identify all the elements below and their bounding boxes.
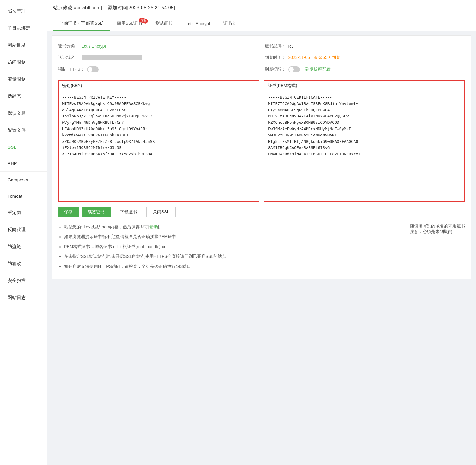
cert-info-grid: 证书分类： Let's Encrypt 证书品牌： R3 认证域名： 到期时间：… bbox=[58, 42, 465, 74]
cert-expire-row: 到期时间： 2023-11-05，剩余65天到期 bbox=[265, 53, 465, 62]
tab-current-cert[interactable]: 当前证书 - [已部署SSL] bbox=[53, 16, 110, 31]
note-item-3: PEM格式证书 = 域名证书.crt + 根证书(root_bundle).cr… bbox=[64, 243, 404, 250]
close-ssl-button[interactable]: 关闭SSL bbox=[146, 207, 176, 217]
cert-box-label: 证书(PEM格式) bbox=[264, 81, 464, 91]
cert-domain-value bbox=[82, 55, 142, 60]
sidebar-item-config-file[interactable]: 配置文件 bbox=[0, 122, 47, 139]
cert-https-row: 强制HTTPS： bbox=[58, 65, 259, 74]
sidebar-item-pseudo-static[interactable]: 伪静态 bbox=[0, 88, 47, 105]
note-item-5: 如开启后无法使用HTTPS访问，请检查安全组是否正确放行443端口 bbox=[64, 263, 404, 270]
tab-bar: 当前证书 - [已部署SSL] 商用SSL证书 推荐 测试证书 Let's En… bbox=[47, 16, 476, 31]
sidebar-item-website-log[interactable]: 网站日志 bbox=[0, 289, 47, 306]
main-content: 站点修改[api.zibll.com] -- 添加时间[2023-08-25 2… bbox=[47, 0, 476, 465]
cert-reminder-row: 到期提醒： 到期提醒配置 bbox=[265, 65, 465, 74]
tab-test-cert[interactable]: 测试证书 bbox=[149, 16, 179, 31]
page-title: 站点修改[api.zibll.com] -- 添加时间[2023-08-25 2… bbox=[53, 5, 175, 10]
cert-brand-row: 证书品牌： R3 bbox=[265, 42, 465, 50]
renew-button[interactable]: 续签证书 bbox=[82, 207, 111, 217]
sidebar-item-access[interactable]: 访问限制 bbox=[0, 54, 47, 71]
cert-textarea[interactable] bbox=[264, 91, 464, 200]
cert-brand-value: R3 bbox=[288, 44, 294, 49]
save-button[interactable]: 保存 bbox=[58, 207, 79, 217]
sidebar-item-subdirectory[interactable]: 子目录绑定 bbox=[0, 20, 47, 37]
action-buttons: 保存 续签证书 下载证书 关闭SSL bbox=[58, 207, 465, 217]
red-note: 随便填写别的域名的可用证书 注意：必须是未到期的 bbox=[410, 224, 465, 273]
note-item-1: 粘贴您的*.key以及*.pem内容，然后保存即可[帮助]。 bbox=[64, 224, 404, 230]
reminder-config-link[interactable]: 到期提醒配置 bbox=[305, 67, 331, 72]
cert-reminder-label: 到期提醒： bbox=[265, 67, 286, 72]
note-item-4: 在未指定SSL默认站点时,未开启SSL的站点使用HTTPS会直接访问到已开启SS… bbox=[64, 253, 404, 260]
https-toggle[interactable] bbox=[87, 66, 99, 72]
notes-list: 粘贴您的*.key以及*.pem内容，然后保存即可[帮助]。 如果浏览器提示证书… bbox=[58, 224, 404, 273]
sidebar-item-reverse-proxy[interactable]: 反向代理 bbox=[0, 221, 47, 238]
red-note-line2: 注意：必须是未到期的 bbox=[410, 229, 465, 234]
reminder-toggle[interactable] bbox=[288, 66, 300, 72]
notes-section: 粘贴您的*.key以及*.pem内容，然后保存即可[帮助]。 如果浏览器提示证书… bbox=[58, 224, 465, 273]
cert-brand-label: 证书品牌： bbox=[265, 43, 286, 49]
sidebar-item-anti-tamper[interactable]: 防篡改 bbox=[0, 255, 47, 272]
red-note-line1: 随便填写别的域名的可用证书 bbox=[410, 224, 465, 229]
sidebar-item-php[interactable]: PHP bbox=[0, 155, 47, 172]
key-box-label: 密钥(KEY) bbox=[59, 81, 259, 91]
cert-box: 证书(PEM格式) bbox=[264, 80, 465, 202]
sidebar-item-anti-hotlink[interactable]: 防盗链 bbox=[0, 238, 47, 255]
key-box: 密钥(KEY) bbox=[58, 80, 259, 202]
sidebar-item-traffic[interactable]: 流量限制 bbox=[0, 71, 47, 88]
key-textarea[interactable] bbox=[59, 91, 259, 200]
key-cert-section: 密钥(KEY) 证书(PEM格式) bbox=[58, 80, 465, 202]
sidebar-item-default-doc[interactable]: 默认文档 bbox=[0, 105, 47, 122]
title-bar: 站点修改[api.zibll.com] -- 添加时间[2023-08-25 2… bbox=[47, 0, 476, 16]
note-item-2: 如果浏览器提示证书链不完整,请检查是否正确拼接PEM证书 bbox=[64, 233, 404, 240]
ssl-content: 证书分类： Let's Encrypt 证书品牌： R3 认证域名： 到期时间：… bbox=[52, 35, 471, 279]
cert-type-label: 证书分类： bbox=[58, 43, 79, 49]
sidebar-item-tomcat[interactable]: Tomcat bbox=[0, 188, 47, 204]
cert-type-value: Let's Encrypt bbox=[82, 44, 106, 49]
sidebar-item-composer[interactable]: Composer bbox=[0, 172, 47, 188]
cert-https-label: 强制HTTPS： bbox=[58, 67, 85, 72]
sidebar-item-ssl[interactable]: SSL bbox=[0, 139, 47, 155]
cert-expire-value: 2023-11-05，剩余65天到期 bbox=[288, 55, 340, 60]
sidebar-item-security-scan[interactable]: 安全扫描 bbox=[0, 272, 47, 289]
cert-type-row: 证书分类： Let's Encrypt bbox=[58, 42, 259, 50]
cert-domain-row: 认证域名： bbox=[58, 53, 259, 62]
sidebar-item-redirect[interactable]: 重定向 bbox=[0, 204, 47, 221]
tab-commercial-ssl[interactable]: 商用SSL证书 推荐 bbox=[110, 16, 149, 31]
cert-expire-label: 到期时间： bbox=[265, 55, 286, 60]
sidebar-item-domain[interactable]: 域名管理 bbox=[0, 3, 47, 20]
download-button[interactable]: 下载证书 bbox=[114, 207, 143, 217]
sidebar: 域名管理 子目录绑定 网站目录 访问限制 流量限制 伪静态 默认文档 配置文件 … bbox=[0, 0, 47, 465]
tab-lets-encrypt[interactable]: Let's Encrypt bbox=[179, 17, 217, 31]
sidebar-item-website-dir[interactable]: 网站目录 bbox=[0, 37, 47, 54]
tab-cert-folder[interactable]: 证书夹 bbox=[217, 16, 243, 31]
help-link[interactable]: 帮助 bbox=[149, 224, 158, 229]
cert-domain-label: 认证域名： bbox=[58, 55, 79, 60]
